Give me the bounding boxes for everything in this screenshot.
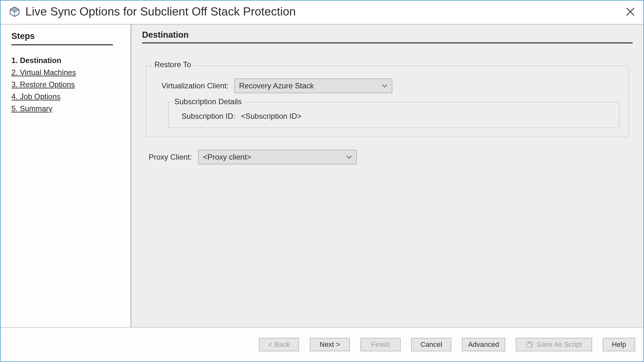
step-virtual-machines[interactable]: 2. Virtual Machines — [11, 68, 120, 77]
back-button[interactable]: < Back — [259, 338, 299, 351]
virtualization-client-row: Virtualization Client: Recovery Azure St… — [155, 79, 620, 93]
proxy-client-label: Proxy Client: — [146, 153, 198, 162]
dialog-window: Live Sync Options for Subclient Off Stac… — [0, 0, 644, 362]
subscription-details-legend: Subscription Details — [172, 97, 244, 106]
cancel-button[interactable]: Cancel — [411, 338, 451, 351]
steps-heading: Steps — [11, 31, 113, 45]
subscription-id-row: Subscription ID: <Subscription ID> — [178, 112, 610, 121]
restore-to-legend: Restore To — [152, 60, 194, 69]
step-summary[interactable]: 5. Summary — [11, 104, 120, 113]
next-button[interactable]: Next > — [310, 338, 350, 351]
step-restore-options[interactable]: 3. Restore Options — [11, 80, 120, 89]
main-panel: Destination Restore To Virtualization Cl… — [131, 24, 643, 327]
finish-button[interactable]: Finish — [361, 338, 400, 351]
proxy-client-row: Proxy Client: <Proxy client> — [142, 150, 633, 164]
subscription-id-value: <Subscription ID> — [241, 112, 302, 121]
restore-to-fieldset: Restore To Virtualization Client: Recove… — [146, 66, 629, 137]
step-job-options[interactable]: 4. Job Options — [11, 92, 120, 101]
panel-heading: Destination — [142, 30, 633, 43]
subscription-id-label: Subscription ID: — [178, 112, 241, 121]
proxy-client-dropdown[interactable]: <Proxy client> — [198, 150, 357, 164]
virtualization-client-dropdown[interactable]: Recovery Azure Stack — [234, 79, 392, 93]
advanced-button[interactable]: Advanced — [462, 338, 505, 351]
close-button[interactable] — [624, 6, 636, 18]
svg-marker-1 — [10, 7, 19, 12]
app-icon — [9, 6, 20, 17]
steps-sidebar: Steps 1. Destination 2. Virtual Machines… — [1, 24, 131, 327]
svg-rect-6 — [528, 342, 531, 344]
dialog-title: Live Sync Options for Subclient Off Stac… — [25, 5, 624, 18]
close-icon — [625, 7, 635, 17]
chevron-down-icon — [346, 154, 352, 160]
save-as-script-button[interactable]: Save As Script — [516, 338, 592, 351]
help-button[interactable]: Help — [603, 338, 635, 351]
chevron-down-icon — [382, 83, 387, 89]
save-script-icon — [526, 341, 533, 348]
virtualization-client-value: Recovery Azure Stack — [239, 81, 382, 90]
titlebar: Live Sync Options for Subclient Off Stac… — [1, 1, 643, 24]
virtualization-client-label: Virtualization Client: — [155, 81, 234, 90]
footer: < Back Next > Finish Cancel Advanced Sav… — [1, 327, 643, 361]
body-area: Steps 1. Destination 2. Virtual Machines… — [1, 24, 643, 327]
subscription-details-fieldset: Subscription Details Subscription ID: <S… — [168, 102, 620, 128]
save-as-script-label: Save As Script — [537, 340, 582, 349]
proxy-client-value: <Proxy client> — [203, 153, 346, 162]
step-destination[interactable]: 1. Destination — [11, 56, 120, 65]
